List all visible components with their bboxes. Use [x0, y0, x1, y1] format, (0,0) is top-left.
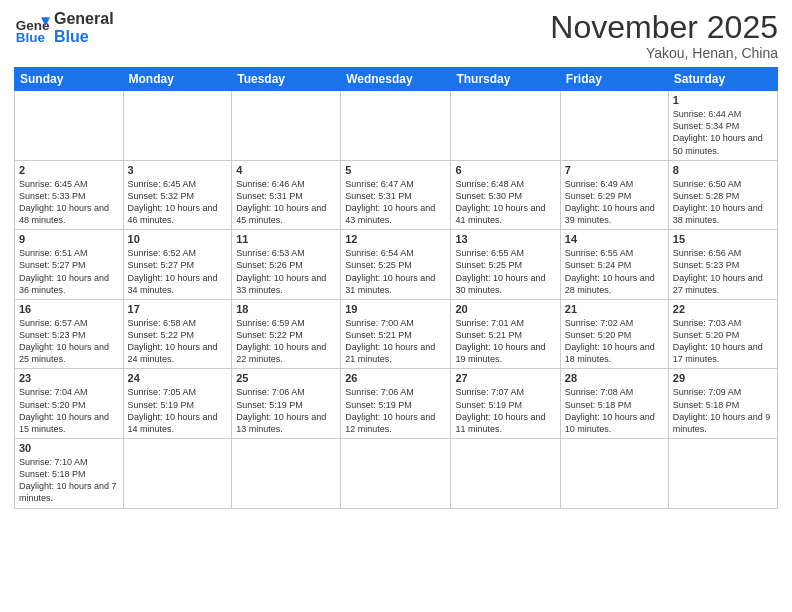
calendar-cell: 5Sunrise: 6:47 AM Sunset: 5:31 PM Daylig…	[341, 160, 451, 230]
day-info: Sunrise: 6:53 AM Sunset: 5:26 PM Dayligh…	[236, 247, 336, 296]
day-number: 30	[19, 442, 119, 454]
day-number: 15	[673, 233, 773, 245]
day-info: Sunrise: 7:01 AM Sunset: 5:21 PM Dayligh…	[455, 317, 555, 366]
calendar-cell	[341, 91, 451, 161]
logo-blue: Blue	[54, 28, 114, 46]
calendar-header-row: SundayMondayTuesdayWednesdayThursdayFrid…	[15, 68, 778, 91]
day-number: 23	[19, 372, 119, 384]
day-info: Sunrise: 6:47 AM Sunset: 5:31 PM Dayligh…	[345, 178, 446, 227]
day-number: 21	[565, 303, 664, 315]
calendar-cell: 21Sunrise: 7:02 AM Sunset: 5:20 PM Dayli…	[560, 299, 668, 369]
svg-text:Blue: Blue	[16, 30, 46, 45]
day-info: Sunrise: 6:55 AM Sunset: 5:25 PM Dayligh…	[455, 247, 555, 296]
day-info: Sunrise: 6:51 AM Sunset: 5:27 PM Dayligh…	[19, 247, 119, 296]
calendar-header-friday: Friday	[560, 68, 668, 91]
day-info: Sunrise: 6:44 AM Sunset: 5:34 PM Dayligh…	[673, 108, 773, 157]
calendar: SundayMondayTuesdayWednesdayThursdayFrid…	[14, 67, 778, 508]
day-info: Sunrise: 6:48 AM Sunset: 5:30 PM Dayligh…	[455, 178, 555, 227]
calendar-week-row: 16Sunrise: 6:57 AM Sunset: 5:23 PM Dayli…	[15, 299, 778, 369]
calendar-cell	[15, 91, 124, 161]
calendar-cell: 18Sunrise: 6:59 AM Sunset: 5:22 PM Dayli…	[232, 299, 341, 369]
day-info: Sunrise: 7:06 AM Sunset: 5:19 PM Dayligh…	[345, 386, 446, 435]
calendar-cell: 13Sunrise: 6:55 AM Sunset: 5:25 PM Dayli…	[451, 230, 560, 300]
day-info: Sunrise: 7:08 AM Sunset: 5:18 PM Dayligh…	[565, 386, 664, 435]
calendar-cell: 17Sunrise: 6:58 AM Sunset: 5:22 PM Dayli…	[123, 299, 232, 369]
calendar-cell: 12Sunrise: 6:54 AM Sunset: 5:25 PM Dayli…	[341, 230, 451, 300]
calendar-cell	[668, 439, 777, 509]
calendar-cell	[232, 91, 341, 161]
day-number: 9	[19, 233, 119, 245]
header: General Blue General Blue November 2025 …	[14, 10, 778, 61]
calendar-cell	[451, 91, 560, 161]
day-number: 29	[673, 372, 773, 384]
calendar-cell	[560, 91, 668, 161]
calendar-header-sunday: Sunday	[15, 68, 124, 91]
calendar-header-thursday: Thursday	[451, 68, 560, 91]
calendar-cell: 6Sunrise: 6:48 AM Sunset: 5:30 PM Daylig…	[451, 160, 560, 230]
month-title: November 2025	[550, 10, 778, 45]
day-info: Sunrise: 6:58 AM Sunset: 5:22 PM Dayligh…	[128, 317, 228, 366]
calendar-cell: 8Sunrise: 6:50 AM Sunset: 5:28 PM Daylig…	[668, 160, 777, 230]
calendar-week-row: 23Sunrise: 7:04 AM Sunset: 5:20 PM Dayli…	[15, 369, 778, 439]
day-number: 19	[345, 303, 446, 315]
day-info: Sunrise: 6:55 AM Sunset: 5:24 PM Dayligh…	[565, 247, 664, 296]
calendar-header-saturday: Saturday	[668, 68, 777, 91]
day-info: Sunrise: 7:07 AM Sunset: 5:19 PM Dayligh…	[455, 386, 555, 435]
day-number: 13	[455, 233, 555, 245]
location: Yakou, Henan, China	[550, 45, 778, 61]
calendar-cell	[451, 439, 560, 509]
calendar-header-wednesday: Wednesday	[341, 68, 451, 91]
day-number: 16	[19, 303, 119, 315]
calendar-cell: 26Sunrise: 7:06 AM Sunset: 5:19 PM Dayli…	[341, 369, 451, 439]
day-number: 18	[236, 303, 336, 315]
day-info: Sunrise: 6:57 AM Sunset: 5:23 PM Dayligh…	[19, 317, 119, 366]
calendar-cell: 4Sunrise: 6:46 AM Sunset: 5:31 PM Daylig…	[232, 160, 341, 230]
day-info: Sunrise: 7:06 AM Sunset: 5:19 PM Dayligh…	[236, 386, 336, 435]
calendar-cell: 22Sunrise: 7:03 AM Sunset: 5:20 PM Dayli…	[668, 299, 777, 369]
day-number: 5	[345, 164, 446, 176]
calendar-cell: 15Sunrise: 6:56 AM Sunset: 5:23 PM Dayli…	[668, 230, 777, 300]
calendar-cell: 19Sunrise: 7:00 AM Sunset: 5:21 PM Dayli…	[341, 299, 451, 369]
day-number: 28	[565, 372, 664, 384]
calendar-cell	[123, 439, 232, 509]
day-info: Sunrise: 6:50 AM Sunset: 5:28 PM Dayligh…	[673, 178, 773, 227]
day-number: 26	[345, 372, 446, 384]
day-number: 7	[565, 164, 664, 176]
day-info: Sunrise: 6:54 AM Sunset: 5:25 PM Dayligh…	[345, 247, 446, 296]
calendar-cell	[341, 439, 451, 509]
day-number: 17	[128, 303, 228, 315]
page: General Blue General Blue November 2025 …	[0, 0, 792, 612]
day-number: 11	[236, 233, 336, 245]
day-info: Sunrise: 7:03 AM Sunset: 5:20 PM Dayligh…	[673, 317, 773, 366]
day-info: Sunrise: 6:45 AM Sunset: 5:32 PM Dayligh…	[128, 178, 228, 227]
day-number: 12	[345, 233, 446, 245]
day-info: Sunrise: 6:59 AM Sunset: 5:22 PM Dayligh…	[236, 317, 336, 366]
calendar-cell	[123, 91, 232, 161]
calendar-cell: 2Sunrise: 6:45 AM Sunset: 5:33 PM Daylig…	[15, 160, 124, 230]
calendar-header-monday: Monday	[123, 68, 232, 91]
day-number: 22	[673, 303, 773, 315]
calendar-week-row: 2Sunrise: 6:45 AM Sunset: 5:33 PM Daylig…	[15, 160, 778, 230]
calendar-header-tuesday: Tuesday	[232, 68, 341, 91]
calendar-cell: 25Sunrise: 7:06 AM Sunset: 5:19 PM Dayli…	[232, 369, 341, 439]
calendar-cell: 11Sunrise: 6:53 AM Sunset: 5:26 PM Dayli…	[232, 230, 341, 300]
day-number: 2	[19, 164, 119, 176]
day-number: 20	[455, 303, 555, 315]
day-info: Sunrise: 7:00 AM Sunset: 5:21 PM Dayligh…	[345, 317, 446, 366]
calendar-cell: 16Sunrise: 6:57 AM Sunset: 5:23 PM Dayli…	[15, 299, 124, 369]
day-info: Sunrise: 7:10 AM Sunset: 5:18 PM Dayligh…	[19, 456, 119, 505]
calendar-cell	[560, 439, 668, 509]
calendar-cell	[232, 439, 341, 509]
title-block: November 2025 Yakou, Henan, China	[550, 10, 778, 61]
logo: General Blue General Blue	[14, 10, 114, 46]
calendar-cell: 10Sunrise: 6:52 AM Sunset: 5:27 PM Dayli…	[123, 230, 232, 300]
day-info: Sunrise: 7:02 AM Sunset: 5:20 PM Dayligh…	[565, 317, 664, 366]
calendar-week-row: 30Sunrise: 7:10 AM Sunset: 5:18 PM Dayli…	[15, 439, 778, 509]
calendar-cell: 20Sunrise: 7:01 AM Sunset: 5:21 PM Dayli…	[451, 299, 560, 369]
calendar-week-row: 1Sunrise: 6:44 AM Sunset: 5:34 PM Daylig…	[15, 91, 778, 161]
calendar-week-row: 9Sunrise: 6:51 AM Sunset: 5:27 PM Daylig…	[15, 230, 778, 300]
day-info: Sunrise: 6:49 AM Sunset: 5:29 PM Dayligh…	[565, 178, 664, 227]
calendar-cell: 28Sunrise: 7:08 AM Sunset: 5:18 PM Dayli…	[560, 369, 668, 439]
day-number: 6	[455, 164, 555, 176]
calendar-cell: 27Sunrise: 7:07 AM Sunset: 5:19 PM Dayli…	[451, 369, 560, 439]
